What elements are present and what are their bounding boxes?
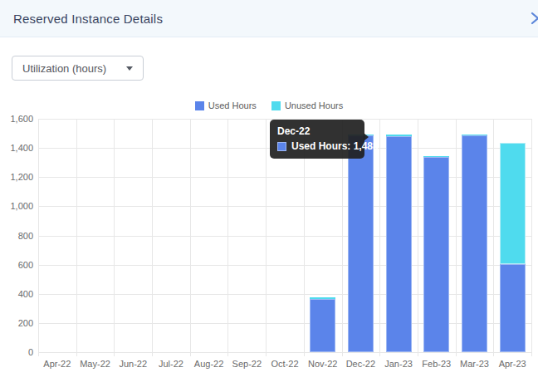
y-axis-tick-label: 200: [0, 318, 33, 328]
tooltip-title: Dec-22: [277, 125, 357, 137]
x-gridline: [456, 119, 457, 356]
y-axis-tick-label: 400: [0, 289, 33, 299]
x-axis-tick-label: Aug-22: [194, 359, 223, 369]
x-gridline: [418, 119, 418, 356]
y-axis-tick-label: 600: [0, 260, 33, 270]
x-gridline: [38, 119, 39, 356]
bar-segment-used-hours[interactable]: [423, 157, 449, 352]
x-axis-tick-label: Dec-22: [346, 359, 375, 369]
bar-segment-used-hours[interactable]: [310, 299, 335, 352]
y-axis-tick-label: 1,200: [0, 172, 33, 182]
x-gridline: [531, 119, 532, 356]
y-gridline: [38, 177, 531, 178]
bar-segment-used-hours[interactable]: [462, 135, 487, 352]
bar-segment-used-hours[interactable]: [348, 135, 374, 352]
y-gridline: [38, 294, 531, 295]
reserved-instance-details-panel: Reserved Instance Details Utilization (h…: [0, 0, 538, 392]
y-gridline: [38, 352, 531, 353]
x-axis-tick-label: Apr-23: [499, 359, 526, 369]
y-gridline: [38, 265, 531, 266]
x-axis-tick-label: Jun-22: [119, 359, 147, 369]
bar-segment-unused-hours[interactable]: [462, 135, 487, 135]
y-gridline: [38, 206, 531, 207]
x-gridline: [379, 119, 380, 356]
bar-segment-used-hours[interactable]: [500, 264, 526, 352]
x-gridline: [190, 119, 191, 356]
tooltip-caret: [364, 133, 369, 141]
x-axis-tick-label: Jul-22: [159, 359, 183, 369]
y-axis-tick-label: 0: [0, 347, 33, 357]
bar-segment-unused-hours[interactable]: [423, 156, 449, 158]
x-gridline: [227, 119, 228, 356]
y-axis-tick-label: 1,400: [0, 143, 33, 153]
y-gridline: [38, 236, 531, 237]
bar-segment-unused-hours[interactable]: [500, 143, 526, 264]
x-gridline: [152, 119, 153, 356]
x-gridline: [266, 119, 267, 356]
x-axis-tick-label: Oct-22: [271, 359, 298, 369]
y-axis-tick-label: 800: [0, 231, 33, 241]
x-axis-tick-label: Apr-22: [43, 359, 71, 369]
bar-segment-unused-hours[interactable]: [386, 135, 412, 136]
x-axis-tick-label: Nov-22: [308, 359, 337, 369]
x-gridline: [493, 119, 494, 356]
y-axis-tick-label: 1,600: [0, 114, 33, 124]
tooltip-value-label: Used Hours: 1,488: [291, 140, 379, 152]
bar-segment-unused-hours[interactable]: [310, 297, 335, 298]
x-axis-tick-label: May-22: [80, 359, 110, 369]
y-gridline: [38, 323, 531, 324]
chart-tooltip: Dec-22 Used Hours: 1,488: [270, 120, 364, 159]
x-axis-tick-label: Jan-23: [384, 359, 413, 369]
bar-segment-used-hours[interactable]: [386, 136, 412, 352]
tooltip-series-swatch: [277, 142, 286, 151]
tooltip-row: Used Hours: 1,488: [277, 140, 357, 152]
x-axis-tick-label: Feb-23: [422, 359, 451, 369]
y-axis-tick-label: 1,000: [0, 201, 33, 211]
x-gridline: [114, 119, 115, 356]
x-axis-tick-label: Sep-22: [232, 359, 262, 369]
x-axis-tick-label: Mar-23: [460, 359, 489, 369]
utilization-bar-chart: 02004006008001,0001,2001,4001,600Apr-22M…: [0, 0, 538, 392]
x-gridline: [76, 119, 77, 356]
